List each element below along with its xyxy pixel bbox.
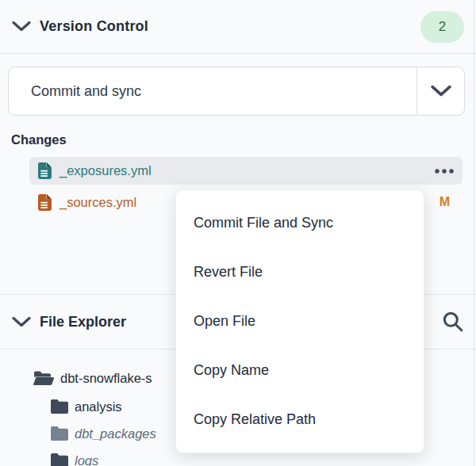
tree-item-analysis[interactable]: analysis: [51, 394, 122, 419]
changed-file-row-exposures[interactable]: _exposures.yml: [29, 157, 463, 185]
changes-heading: Changes: [11, 132, 67, 147]
file-text-icon: [38, 162, 52, 179]
tree-item-logs[interactable]: logs: [51, 448, 98, 466]
tree-item-label: dbt-snowflake-s: [60, 371, 152, 386]
changes-count-badge: 2: [420, 11, 464, 43]
commit-action-dropdown[interactable]: Commit and sync: [8, 67, 465, 116]
modified-status-badge: M: [440, 195, 455, 209]
folder-icon: [51, 426, 68, 441]
chevron-down-icon: [431, 85, 451, 97]
search-icon[interactable]: [442, 311, 464, 333]
section-title-file-explorer: File Explorer: [40, 314, 126, 330]
commit-action-label: Commit and sync: [9, 83, 141, 100]
version-control-panel: Version Control 2 Commit and sync Change…: [0, 0, 476, 466]
file-name: _exposures.yml: [60, 163, 152, 178]
panel-edge-divider: [474, 0, 474, 466]
version-control-header: Version Control 2: [0, 0, 476, 54]
tree-item-dbt-packages[interactable]: dbt_packages: [51, 421, 156, 446]
file-context-menu: Commit File and Sync Revert File Open Fi…: [175, 189, 424, 453]
file-name: _sources.yml: [60, 195, 136, 210]
file-text-icon: [38, 194, 52, 211]
chevron-down-icon[interactable]: [12, 316, 31, 328]
menu-item-copy-relative-path[interactable]: Copy Relative Path: [176, 395, 424, 445]
dropdown-toggle[interactable]: [416, 67, 464, 115]
chevron-down-icon[interactable]: [12, 21, 31, 32]
folder-open-icon: [33, 370, 54, 387]
tree-item-label: logs: [75, 453, 98, 466]
folder-icon: [51, 453, 68, 466]
ellipsis-icon[interactable]: [434, 168, 455, 174]
tree-item-dbt-snowflake[interactable]: dbt-snowflake-s: [33, 365, 152, 391]
menu-item-revert-file[interactable]: Revert File: [176, 247, 424, 296]
section-title-version-control: Version Control: [40, 18, 148, 35]
tree-item-label: analysis: [75, 399, 122, 414]
folder-icon: [51, 399, 68, 414]
menu-item-open-file[interactable]: Open File: [176, 296, 424, 346]
menu-item-copy-name[interactable]: Copy Name: [176, 346, 424, 395]
menu-item-commit-file-and-sync[interactable]: Commit File and Sync: [176, 198, 424, 247]
tree-item-label: dbt_packages: [75, 426, 156, 441]
